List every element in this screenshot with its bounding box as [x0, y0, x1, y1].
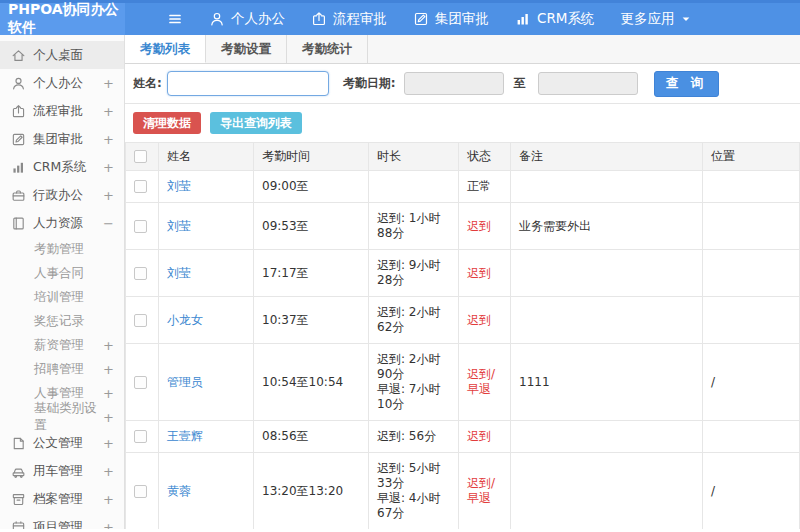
- sidebar-item-label: 个人办公: [33, 75, 83, 92]
- export-list-button[interactable]: 导出查询列表: [210, 112, 302, 134]
- clear-data-button[interactable]: 清理数据: [133, 112, 201, 134]
- sidebar: 个人桌面个人办公+流程审批+集团审批+CRM系统+行政办公+人力资源−考勤管理人…: [0, 35, 125, 529]
- nav-item[interactable]: 个人办公: [209, 10, 285, 28]
- name-input[interactable]: [167, 71, 329, 96]
- row-name-link[interactable]: 黄蓉: [159, 453, 254, 530]
- row-checkbox[interactable]: [134, 430, 147, 443]
- row-checkbox[interactable]: [134, 485, 147, 498]
- row-checkbox[interactable]: [134, 267, 147, 280]
- date-to-input[interactable]: [538, 72, 638, 95]
- app-logo: PHPOA协同办公软件: [0, 3, 125, 35]
- row-status: 迟到: [459, 421, 511, 453]
- edit-icon: [11, 132, 26, 147]
- row-checkbox[interactable]: [134, 220, 147, 233]
- tab-attendance-list[interactable]: 考勤列表: [125, 35, 206, 63]
- nav-item[interactable]: 流程审批: [311, 10, 387, 28]
- archive-icon: [11, 492, 26, 507]
- date-from-input[interactable]: [404, 72, 504, 95]
- row-select-cell: [126, 421, 159, 453]
- sidebar-item[interactable]: 薪资管理+: [0, 333, 124, 357]
- table-row: 黄蓉13:20至13:20迟到: 5小时33分 早退: 4小时67分迟到/早退/: [126, 453, 800, 530]
- expand-plus-icon[interactable]: +: [103, 77, 114, 90]
- sidebar-item[interactable]: 流程审批+: [0, 97, 124, 125]
- row-location: [703, 203, 800, 250]
- row-checkbox[interactable]: [134, 180, 147, 193]
- sidebar-item-label: 考勤管理: [34, 241, 84, 258]
- row-name-link[interactable]: 王壹辉: [159, 421, 254, 453]
- collapse-minus-icon[interactable]: −: [103, 217, 114, 230]
- sidebar-item[interactable]: 奖惩记录: [0, 309, 124, 333]
- expand-plus-icon[interactable]: +: [103, 161, 114, 174]
- row-checkbox[interactable]: [134, 314, 147, 327]
- sidebar-item[interactable]: 基础类别设置+: [0, 405, 124, 429]
- row-duration: 迟到: 56分: [369, 421, 459, 453]
- date-range-connector: 至: [514, 75, 526, 92]
- expand-plus-icon[interactable]: +: [103, 411, 114, 424]
- sidebar-item[interactable]: 招聘管理+: [0, 357, 124, 381]
- expand-plus-icon[interactable]: +: [103, 493, 114, 506]
- nav-item[interactable]: 集团审批: [413, 10, 489, 28]
- row-time: 09:53至: [254, 203, 369, 250]
- expand-plus-icon[interactable]: +: [103, 521, 114, 530]
- sidebar-item[interactable]: 个人桌面: [0, 41, 124, 69]
- row-checkbox[interactable]: [134, 376, 147, 389]
- expand-plus-icon[interactable]: +: [103, 105, 114, 118]
- expand-plus-icon[interactable]: +: [103, 387, 114, 400]
- expand-plus-icon[interactable]: +: [103, 189, 114, 202]
- expand-plus-icon[interactable]: +: [103, 437, 114, 450]
- sidebar-item-label: 招聘管理: [34, 361, 84, 378]
- row-name-link[interactable]: 刘莹: [159, 203, 254, 250]
- sidebar-item[interactable]: 行政办公+: [0, 181, 124, 209]
- nav-item[interactable]: CRM系统: [515, 10, 594, 28]
- row-time: 08:56至: [254, 421, 369, 453]
- sidebar-item[interactable]: 培训管理: [0, 285, 124, 309]
- sidebar-item[interactable]: 集团审批+: [0, 125, 124, 153]
- row-note: 1111: [511, 344, 703, 421]
- col-status: 状态: [459, 143, 511, 171]
- sidebar-item[interactable]: 人力资源−: [0, 209, 124, 237]
- row-duration: 迟到: 5小时33分 早退: 4小时67分: [369, 453, 459, 530]
- row-location: [703, 250, 800, 297]
- nav-item[interactable]: 更多应用: [620, 10, 692, 28]
- row-status: 迟到/早退: [459, 453, 511, 530]
- sidebar-item[interactable]: CRM系统+: [0, 153, 124, 181]
- select-all-checkbox[interactable]: [134, 150, 147, 163]
- row-time: 13:20至13:20: [254, 453, 369, 530]
- expand-plus-icon[interactable]: +: [103, 339, 114, 352]
- sidebar-item[interactable]: 用车管理+: [0, 457, 124, 485]
- user-icon: [209, 11, 225, 27]
- expand-plus-icon[interactable]: +: [103, 133, 114, 146]
- row-location: /: [703, 344, 800, 421]
- search-button[interactable]: 查 询: [654, 71, 719, 97]
- row-name-link[interactable]: 小龙女: [159, 297, 254, 344]
- row-select-cell: [126, 297, 159, 344]
- row-note: [511, 453, 703, 530]
- row-duration: 迟到: 2小时62分: [369, 297, 459, 344]
- col-name: 姓名: [159, 143, 254, 171]
- row-name-link[interactable]: 刘莹: [159, 250, 254, 297]
- sidebar-item-label: 公文管理: [33, 435, 83, 452]
- table-row: 刘莹09:00至正常: [126, 171, 800, 203]
- action-buttons: 清理数据 导出查询列表: [125, 104, 800, 142]
- sidebar-item[interactable]: 人事合同: [0, 261, 124, 285]
- expand-plus-icon[interactable]: +: [103, 363, 114, 376]
- nav-item-label: CRM系统: [537, 10, 594, 28]
- expand-plus-icon[interactable]: +: [103, 465, 114, 478]
- row-status: 正常: [459, 171, 511, 203]
- row-location: [703, 171, 800, 203]
- row-name-link[interactable]: 管理员: [159, 344, 254, 421]
- date-label: 考勤日期:: [343, 75, 396, 92]
- row-select-cell: [126, 453, 159, 530]
- row-name-link[interactable]: 刘莹: [159, 171, 254, 203]
- table-row: 小龙女10:37至迟到: 2小时62分迟到: [126, 297, 800, 344]
- row-time: 09:00至: [254, 171, 369, 203]
- sidebar-item[interactable]: 档案管理+: [0, 485, 124, 513]
- sidebar-item[interactable]: 考勤管理: [0, 237, 124, 261]
- tab-attendance-settings[interactable]: 考勤设置: [206, 35, 287, 63]
- menu-toggle-button[interactable]: [167, 3, 183, 35]
- tab-attendance-stats[interactable]: 考勤统计: [287, 35, 368, 63]
- row-location: [703, 421, 800, 453]
- sidebar-item[interactable]: 个人办公+: [0, 69, 124, 97]
- filter-bar: 姓名: 考勤日期: 至 查 询: [125, 64, 800, 104]
- sidebar-item[interactable]: 项目管理+: [0, 513, 124, 529]
